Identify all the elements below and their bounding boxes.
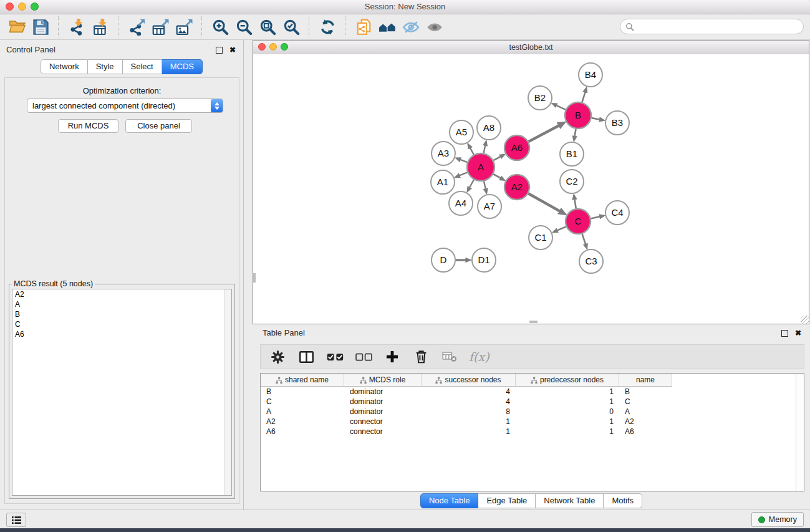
table-settings-button[interactable] [267,347,288,367]
table-row[interactable]: Cdominator41C [261,397,804,407]
clone-network-button[interactable] [352,16,375,38]
column-header-MCDS-role[interactable]: MCDS role [344,374,422,387]
edge-B-B2[interactable] [556,105,566,110]
node-D[interactable]: D [432,248,455,272]
table-scrollbar[interactable] [796,374,804,491]
function-builder-button[interactable]: f(x) [469,350,489,364]
edge-A2-C[interactable] [528,193,560,211]
column-header-predecessor-nodes[interactable]: predecessor nodes [516,374,619,387]
edge-A6-B[interactable] [529,125,559,142]
search-field[interactable] [620,19,804,34]
hide-panel-button[interactable] [399,16,423,38]
edge-C-C1[interactable] [557,226,566,231]
import-table-button[interactable] [89,16,112,38]
edge-A-A5[interactable] [470,147,474,154]
node-D1[interactable]: D1 [472,248,496,272]
canvas-hscroll-thumb[interactable] [529,321,538,323]
list-scrollbar[interactable] [224,289,231,495]
zoom-out-button[interactable] [232,16,256,38]
column-header-name[interactable]: name [619,374,672,387]
column-header-successor-nodes[interactable]: successor nodes [422,374,516,387]
criterion-select[interactable]: largest connected component (directed) [27,99,223,113]
tab-select[interactable]: Select [123,59,162,74]
edge-B-B1[interactable] [574,129,576,137]
float-panel-icon[interactable] [781,330,788,337]
node-A2[interactable]: A2 [504,175,529,200]
mcds-result-item[interactable]: A2 [12,289,231,299]
resize-grip[interactable] [801,316,809,324]
tab-edge-table[interactable]: Edge Table [478,493,536,508]
edge-A-A6[interactable] [493,157,501,160]
add-column-button[interactable] [382,347,403,367]
show-panel-button[interactable] [423,16,446,38]
import-network-button[interactable] [65,16,89,38]
node-A5[interactable]: A5 [450,120,473,144]
column-header-shared-name[interactable]: shared name [261,374,344,387]
refresh-button[interactable] [316,16,339,38]
node-B3[interactable]: B3 [605,111,629,135]
canvas-vscroll-thumb[interactable] [253,273,256,283]
node-B[interactable]: B [565,102,591,128]
memory-button[interactable]: Memory [751,512,804,527]
float-panel-icon[interactable] [216,47,223,54]
tab-motifs[interactable]: Motifs [604,493,642,508]
run-mcds-button[interactable]: Run MCDS [58,119,118,133]
table-row[interactable]: Bdominator41B [261,387,804,397]
zoom-selected-button[interactable] [279,16,303,38]
node-C1[interactable]: C1 [529,226,552,249]
mcds-result-item[interactable]: A6 [12,329,231,339]
tab-network-table[interactable]: Network Table [536,493,604,508]
show-columns-button[interactable] [296,347,317,367]
table-row[interactable]: Adominator80A [261,407,804,417]
node-C[interactable]: C [566,209,591,234]
node-B2[interactable]: B2 [528,86,552,110]
edge-A-A7[interactable] [484,181,486,189]
edge-C-C2[interactable] [574,199,576,209]
node-A8[interactable]: A8 [477,116,501,140]
edge-A-A1[interactable] [459,172,468,175]
node-B1[interactable]: B1 [560,142,584,166]
zoom-fit-button[interactable] [256,16,279,38]
home-button[interactable] [375,16,399,38]
export-image-button[interactable] [172,16,196,38]
edge-B-B4[interactable] [582,92,585,102]
node-A3[interactable]: A3 [432,142,455,165]
node-A1[interactable]: A1 [431,170,455,194]
close-panel-button[interactable]: Close panel [125,119,192,133]
table-row[interactable]: A2connector11A2 [261,417,804,427]
tab-network[interactable]: Network [41,59,88,74]
delete-table-button[interactable] [439,347,460,367]
mcds-result-item[interactable]: B [12,309,231,319]
close-panel-icon[interactable]: ✖ [229,46,236,54]
table-row[interactable]: A6connector11A6 [261,427,804,437]
node-C3[interactable]: C3 [579,249,603,273]
search-input[interactable] [637,22,803,32]
node-B4[interactable]: B4 [579,63,602,87]
edge-C-C3[interactable] [582,234,586,244]
node-C4[interactable]: C4 [605,201,629,225]
export-network-button[interactable] [125,16,148,38]
tab-node-table[interactable]: Node Table [420,493,479,508]
mcds-result-item[interactable]: A [12,299,231,309]
tab-mcds[interactable]: MCDS [162,59,203,74]
edge-A-A2[interactable] [493,174,501,178]
save-session-button[interactable] [29,16,52,38]
edge-B-B3[interactable] [592,118,600,120]
tab-style[interactable]: Style [88,59,123,74]
show-panels-menu-button[interactable] [6,513,26,527]
node-C2[interactable]: C2 [560,170,584,193]
node-A7[interactable]: A7 [478,195,501,218]
mcds-result-item[interactable]: C [12,319,231,329]
open-file-button[interactable] [5,16,29,38]
deselect-all-button[interactable] [353,347,374,367]
edge-A-A8[interactable] [484,145,486,153]
network-canvas[interactable]: B4B2BB3A8A5A6B1A3AC2A1A2A4A7C4CC1C3DD1 [253,54,809,324]
edge-C-C4[interactable] [591,216,600,218]
delete-column-button[interactable] [410,347,432,367]
zoom-in-button[interactable] [208,16,232,38]
node-A[interactable]: A [467,153,494,181]
close-panel-icon[interactable]: ✖ [795,329,801,337]
select-all-button[interactable] [324,347,345,367]
node-A6[interactable]: A6 [504,135,529,160]
node-A4[interactable]: A4 [449,191,473,215]
